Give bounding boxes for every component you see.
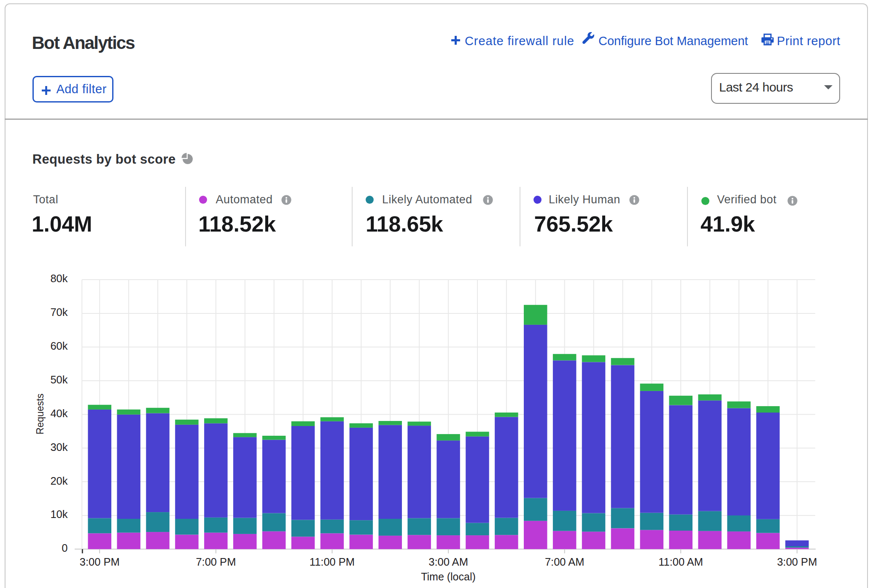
svg-text:80k: 80k: [50, 272, 67, 284]
svg-text:3:00 AM: 3:00 AM: [428, 556, 468, 568]
svg-text:40k: 40k: [50, 407, 67, 419]
svg-text:Requests: Requests: [35, 394, 46, 434]
svg-text:11:00 AM: 11:00 AM: [658, 556, 703, 568]
svg-text:11:00 PM: 11:00 PM: [310, 556, 355, 568]
svg-text:60k: 60k: [50, 340, 67, 352]
svg-text:20k: 20k: [50, 475, 67, 487]
svg-text:70k: 70k: [50, 306, 67, 318]
svg-text:30k: 30k: [50, 441, 67, 453]
svg-text:10k: 10k: [50, 508, 67, 520]
svg-text:0: 0: [62, 542, 67, 554]
svg-text:3:00 PM: 3:00 PM: [80, 556, 120, 568]
svg-text:7:00 AM: 7:00 AM: [545, 556, 585, 568]
svg-text:7:00 PM: 7:00 PM: [196, 556, 236, 568]
svg-text:Time (local): Time (local): [421, 571, 476, 583]
svg-text:3:00 PM: 3:00 PM: [777, 556, 817, 568]
svg-text:50k: 50k: [50, 374, 67, 386]
